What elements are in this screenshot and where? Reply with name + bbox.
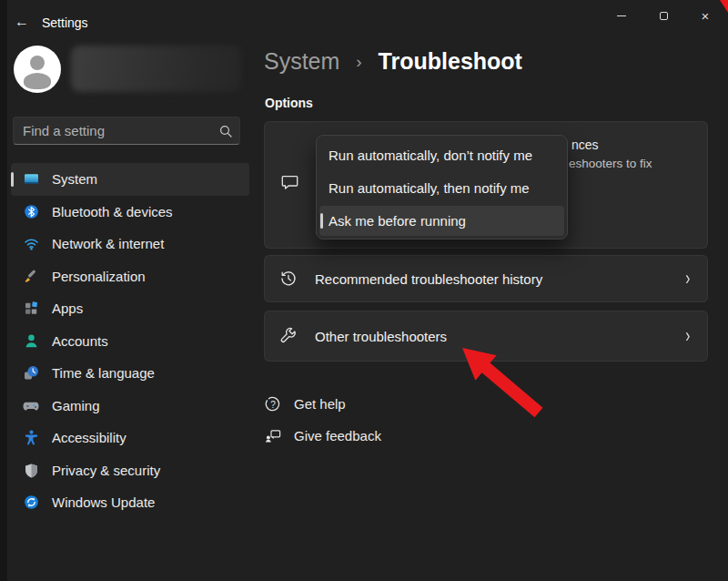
sidebar-nav: System Bluetooth & devices <box>11 163 249 519</box>
footer-links: ? Get help Give feedback <box>265 392 381 455</box>
get-help-link[interactable]: ? Get help <box>265 392 381 416</box>
sidebar-item-label: Apps <box>52 301 83 316</box>
breadcrumb-parent[interactable]: System <box>264 48 339 74</box>
sidebar-item-label: Personalization <box>52 269 146 284</box>
page-title: Troubleshoot <box>379 48 522 74</box>
sidebar-item-label: Bluetooth & devices <box>52 204 173 219</box>
get-help-icon: ? <box>265 396 281 413</box>
sidebar-item-gaming[interactable]: Gaming <box>11 390 249 423</box>
close-icon: × <box>702 9 710 23</box>
avatar-torso <box>24 73 51 89</box>
window-left-edge <box>0 0 7 581</box>
recommended-troubleshooter-history-card[interactable]: Recommended troubleshooter history › <box>264 255 708 302</box>
svg-text:?: ? <box>270 399 276 409</box>
message-icon <box>280 173 299 196</box>
sidebar-item-label: Gaming <box>52 398 100 413</box>
card-label: Other troubleshooters <box>315 329 447 344</box>
sidebar-item-time-language[interactable]: Time & language <box>11 357 249 390</box>
dropdown-option-run-dont-notify[interactable]: Run automatically, don’t notify me <box>319 138 564 171</box>
minimize-icon <box>617 15 626 16</box>
window-controls: × <box>601 0 726 31</box>
bluetooth-icon <box>23 204 39 219</box>
sidebar-item-label: Accounts <box>52 333 108 349</box>
sidebar-item-bluetooth-devices[interactable]: Bluetooth & devices <box>11 196 249 229</box>
network-icon <box>23 236 39 251</box>
dropdown-option-label: Run automatically, don’t notify me <box>329 148 532 163</box>
link-label: Get help <box>294 396 346 412</box>
windows-update-icon <box>23 494 39 510</box>
sidebar-item-apps[interactable]: Apps <box>11 292 249 325</box>
sidebar-item-accessibility[interactable]: Accessibility <box>11 422 249 454</box>
sidebar-item-privacy-security[interactable]: Privacy & security <box>11 454 249 487</box>
dropdown-option-label: Run automatically, then notify me <box>329 180 530 196</box>
dropdown-option-label: Ask me before running <box>329 213 466 229</box>
card-title-fragment: nces <box>571 138 599 152</box>
system-icon <box>23 171 39 187</box>
sidebar-item-windows-update[interactable]: Windows Update <box>11 486 249 519</box>
personalization-icon <box>23 269 39 284</box>
sidebar-item-label: Windows Update <box>52 494 155 510</box>
search-box <box>13 117 240 145</box>
accessibility-icon <box>23 430 39 445</box>
sidebar-item-label: Accessibility <box>52 430 126 445</box>
other-troubleshooters-card[interactable]: Other troubleshooters › <box>264 311 708 362</box>
avatar-head <box>30 56 45 70</box>
maximize-button[interactable] <box>642 0 684 31</box>
history-icon <box>279 270 298 288</box>
wrench-icon <box>279 327 298 345</box>
dropdown-option-ask-before-running[interactable]: Ask me before running <box>319 206 564 236</box>
back-arrow-icon: ← <box>15 14 29 30</box>
dropdown-option-run-then-notify[interactable]: Run automatically, then notify me <box>319 171 564 204</box>
give-feedback-link[interactable]: Give feedback <box>265 423 381 448</box>
gaming-icon <box>23 398 39 413</box>
search-icon <box>219 125 232 138</box>
sidebar-item-accounts[interactable]: Accounts <box>11 325 249 358</box>
privacy-security-icon <box>23 463 39 478</box>
chevron-right-icon: › <box>686 267 691 291</box>
sidebar-item-personalization[interactable]: Personalization <box>11 260 249 293</box>
settings-window: ← Settings × Sys <box>0 0 728 581</box>
search-input[interactable] <box>13 117 240 145</box>
section-heading-options: Options <box>265 96 313 110</box>
sidebar-item-label: Time & language <box>52 365 155 381</box>
breadcrumb: System › Troubleshoot <box>264 48 522 75</box>
apps-icon <box>23 301 39 316</box>
sidebar-item-system[interactable]: System <box>11 163 249 196</box>
account-name-redacted <box>71 46 241 92</box>
minimize-button[interactable] <box>601 0 642 31</box>
sidebar-item-label: Privacy & security <box>52 463 160 478</box>
avatar[interactable] <box>14 46 61 93</box>
time-language-icon <box>23 365 39 381</box>
breadcrumb-separator-icon: › <box>356 52 361 71</box>
close-button[interactable]: × <box>684 0 726 31</box>
give-feedback-icon <box>265 428 281 444</box>
back-button[interactable]: ← <box>11 11 33 33</box>
sidebar-item-label: Network & internet <box>52 236 164 251</box>
card-label: Recommended troubleshooter history <box>315 271 542 287</box>
sidebar-item-network-internet[interactable]: Network & internet <box>11 228 249 260</box>
accounts-icon <box>23 333 39 349</box>
app-title: Settings <box>42 15 88 30</box>
maximize-icon <box>660 12 668 20</box>
sidebar-item-label: System <box>52 171 97 187</box>
troubleshooter-preference-dropdown-menu: Run automatically, don’t notify me Run a… <box>316 135 568 240</box>
chevron-right-icon: › <box>686 324 691 349</box>
card-description-fragment: eshooters to fix <box>569 157 652 170</box>
link-label: Give feedback <box>294 428 381 443</box>
